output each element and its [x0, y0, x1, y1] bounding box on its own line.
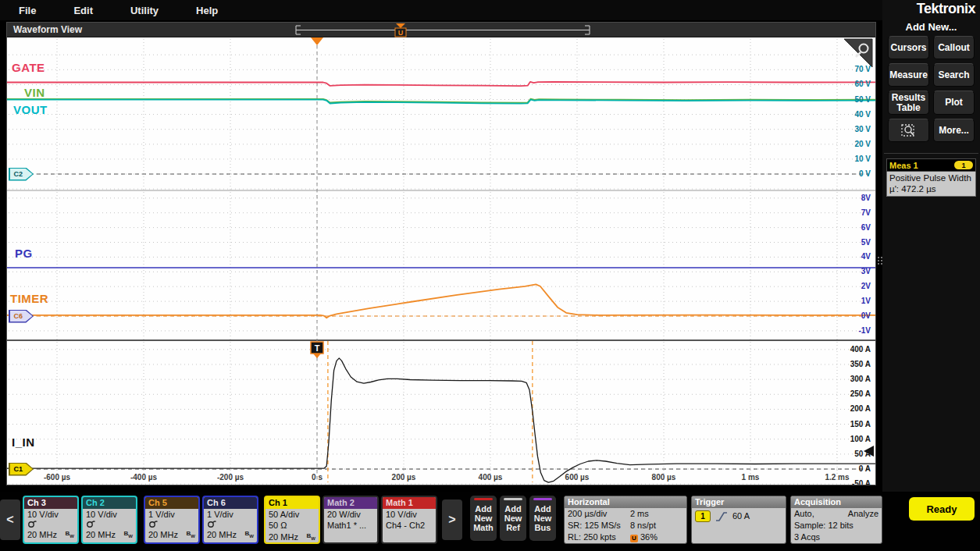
axis-tick-label: 200 A: [850, 403, 871, 414]
badge-info-row: Ch4 - Ch2: [383, 520, 436, 531]
sidebar-button-results-table[interactable]: Results Table: [888, 91, 929, 115]
trigger-slope-rising-icon: [715, 511, 728, 522]
waveform-view-window: Waveform View U T70 V60 V50 V40 V30 V20 …: [6, 22, 876, 485]
sidebar-button-plot[interactable]: Plot: [933, 91, 975, 115]
menu-item-help[interactable]: Help: [177, 5, 237, 16]
acquisition-panel-title: Acquisition: [791, 496, 882, 508]
axis-tick-label: 5V: [861, 237, 871, 248]
axis-tick-label: 300 A: [850, 374, 871, 385]
axis-tick-label: 400 A: [850, 344, 871, 355]
trigger-panel-title: Trigger: [692, 496, 786, 508]
trace-name-gate: GATE: [12, 61, 45, 74]
probe-icon: [148, 520, 159, 528]
probe-icon: [86, 520, 96, 528]
channel-badge-header: Math 2: [324, 497, 377, 509]
trace-name-timer: TIMER: [10, 292, 48, 305]
badge-probe-row: [24, 520, 77, 528]
probe-icon: [207, 520, 217, 528]
axis-tick-label: 4V: [861, 251, 871, 262]
channel-ref-c2[interactable]: C2: [9, 168, 34, 181]
channel-ref-c6[interactable]: C6: [9, 310, 34, 323]
panel-resize-handle[interactable]: [877, 250, 882, 272]
trigger-source-badge: 1: [695, 510, 711, 522]
add-new-bus-button[interactable]: AddNewBus: [529, 496, 556, 541]
horizontal-row-1: 200 µs/div2 ms: [565, 508, 686, 520]
waveform-view-titlebar: Waveform View U: [7, 23, 875, 37]
menu-item-file[interactable]: File: [0, 5, 55, 16]
horizontal-position-icon: U: [630, 535, 638, 542]
channel-badge-ch5[interactable]: Ch 51 V/div20 MHzBW: [144, 496, 200, 544]
trace-i_in[interactable]: [7, 358, 875, 482]
badge-info-row: Math1 * ...: [324, 520, 377, 531]
meas1-header[interactable]: Meas 1 1: [886, 158, 976, 172]
badge-probe-row: [83, 520, 136, 528]
meas1-badge[interactable]: Meas 1 1 Positive Pulse Width µ': 472.2 …: [886, 158, 976, 197]
overview-marker-label: U: [398, 29, 404, 37]
badge-bandwidth-row: 20 MHzBW: [265, 531, 319, 544]
channel-badge-math1[interactable]: Math 110 V/divCh4 - Ch2: [381, 496, 437, 544]
sidebar-button-search[interactable]: Search: [933, 63, 975, 87]
bottom-settings-bar: <Ch 310 V/div20 MHzBWCh 210 V/div20 MHzB…: [0, 492, 980, 551]
channel-badge-header: Math 1: [383, 497, 436, 509]
acquisition-panel[interactable]: AcquisitionAuto,AnalyzeSample: 12 bits3 …: [790, 496, 882, 544]
overview-position-triangle[interactable]: [396, 23, 405, 28]
bandwidth-limit-icon: BW: [66, 528, 74, 542]
sidebar: Tektronix Add New... CursorsCalloutMeasu…: [882, 0, 980, 492]
waveform-plot-area[interactable]: T70 V60 V50 V40 V30 V20 V10 V0 V8V7V6V5V…: [7, 37, 875, 485]
axis-tick-label: 0 V: [859, 169, 871, 180]
trace-gate[interactable]: [7, 82, 875, 86]
axis-tick-label: 7V: [861, 208, 871, 219]
scroll-badges-left-button[interactable]: <: [0, 499, 20, 540]
sidebar-button-zoom-select[interactable]: [888, 119, 929, 142]
axis-tick-label: 100 A: [850, 434, 871, 445]
axis-tick-label: 1V: [861, 296, 871, 307]
axis-tick-label: 2V: [861, 281, 871, 292]
axis-tick-label: 60 V: [854, 79, 871, 90]
bandwidth-limit-icon: BW: [245, 528, 254, 542]
trace-name-pg: PG: [15, 247, 33, 260]
sidebar-button-cursors[interactable]: Cursors: [888, 36, 929, 59]
zoom-select-icon: [900, 123, 918, 138]
horizontal-panel[interactable]: Horizontal200 µs/div2 msSR: 125 MS/s8 ns…: [564, 496, 687, 544]
add-new-math-button[interactable]: AddNewMath: [470, 496, 497, 541]
badge-probe-row: [204, 520, 257, 528]
sidebar-button-more[interactable]: More...: [933, 119, 975, 142]
meas1-result-type: Positive Pulse Width: [889, 172, 973, 183]
channel-badge-ch3[interactable]: Ch 310 V/div20 MHzBW: [23, 496, 79, 544]
sidebar-button-measure[interactable]: Measure: [888, 63, 929, 87]
channel-badge-ch2[interactable]: Ch 210 V/div20 MHzBW: [81, 496, 137, 544]
sidebar-button-callout[interactable]: Callout: [933, 36, 975, 59]
bandwidth-limit-icon: BW: [187, 528, 195, 542]
scroll-badges-right-button[interactable]: >: [442, 499, 462, 540]
badge-scale-row: 10 V/div: [83, 509, 136, 520]
channel-badge-math2[interactable]: Math 220 W/divMath1 * ...: [323, 496, 379, 544]
trigger-position-triangle[interactable]: [311, 37, 323, 45]
trace-timer[interactable]: [7, 284, 875, 318]
zoom-corner-icon[interactable]: [844, 39, 872, 67]
channel-badge-ch6[interactable]: Ch 61 V/div20 MHzBW: [202, 496, 258, 544]
channel-badge-header: Ch 3: [24, 497, 77, 509]
horizontal-row-3: RL: 250 kptsU36%: [565, 531, 686, 543]
axis-tick-label: 30 V: [854, 124, 871, 135]
horizontal-position-overview[interactable]: U: [294, 23, 591, 37]
badge-bandwidth-row: 20 MHzBW: [24, 528, 77, 542]
badge-info-row: 50 Ω: [265, 520, 319, 531]
trace-name-vin: VIN: [24, 86, 45, 99]
channel-badge-ch1[interactable]: Ch 150 A/div50 Ω20 MHzBW: [264, 496, 320, 544]
channel-badge-header: Ch 1: [265, 497, 319, 509]
trigger-panel[interactable]: Trigger160 A: [691, 496, 786, 544]
bandwidth-limit-icon: BW: [124, 528, 133, 542]
time-axis-label: 0 s: [312, 473, 323, 482]
add-new-ref-button[interactable]: AddNewRef: [500, 496, 526, 541]
badge-scale-row: 50 A/div: [265, 509, 319, 520]
badge-probe-row: [145, 520, 198, 528]
channel-ref-c1[interactable]: C1: [9, 463, 34, 476]
trigger-settings-row: 160 A: [692, 508, 786, 522]
bandwidth-limit-icon: BW: [307, 531, 315, 544]
menu-item-utility[interactable]: Utility: [112, 5, 177, 16]
axis-tick-label: 10 V: [854, 154, 871, 165]
menu-item-edit[interactable]: Edit: [55, 5, 112, 16]
time-axis-label: -600 µs: [44, 473, 70, 482]
axis-tick-label: -1V: [858, 325, 871, 336]
time-axis-label: -200 µs: [217, 473, 244, 482]
